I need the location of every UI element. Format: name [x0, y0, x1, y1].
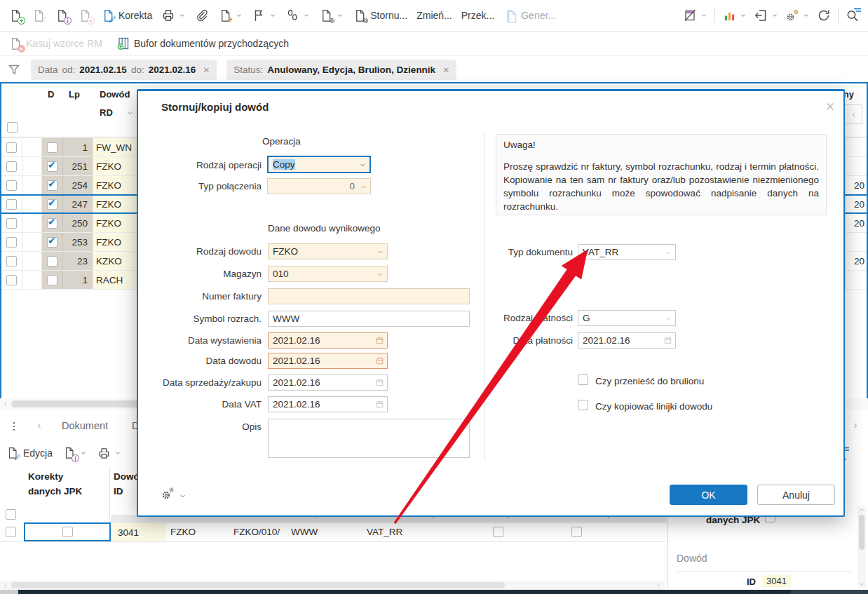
column-header-lp[interactable]: Lp — [69, 89, 80, 100]
d-checkbox[interactable] — [47, 161, 57, 172]
row-select-checkbox[interactable] — [6, 199, 17, 210]
scrollbar-thumb[interactable] — [11, 582, 505, 588]
ok-button[interactable]: OK — [670, 485, 747, 505]
calendar-icon[interactable] — [663, 336, 672, 345]
typ-dokumentu-select[interactable]: VAT_RR — [578, 244, 676, 260]
kopiowac-linijki-checkbox[interactable] — [578, 400, 588, 410]
rodzaj-operacji-select[interactable]: Copy — [267, 156, 371, 173]
tab-dokument[interactable]: Dokument — [62, 420, 108, 431]
more-options-icon[interactable] — [8, 419, 20, 431]
row-select-checkbox[interactable] — [6, 527, 16, 537]
d-checkbox[interactable] — [47, 237, 57, 248]
edycja-button[interactable]: Edycja — [6, 446, 53, 460]
magazyn-select[interactable]: 010 — [268, 266, 388, 282]
data-wystawienia-input[interactable]: 2021.02.16 — [268, 332, 388, 349]
funnel-icon[interactable] — [7, 63, 21, 77]
flag-checkbox[interactable] — [571, 527, 582, 537]
data-platnosci-input[interactable]: 2021.02.16 — [578, 332, 676, 349]
tabs-scroll-left-icon[interactable] — [35, 421, 43, 430]
sort-down-icon[interactable] — [126, 109, 134, 117]
new-document-button[interactable]: + — [8, 8, 22, 22]
opis-textarea[interactable] — [268, 419, 470, 458]
d-checkbox[interactable] — [47, 142, 57, 153]
data-dowodu-input[interactable]: 2021.02.16 — [268, 353, 388, 369]
symbol-rozrach-input[interactable]: WWW — [268, 311, 470, 327]
filter-chip-date[interactable]: Data od: 2021.02.15 do: 2021.02.16 ✕ — [31, 60, 217, 80]
column-header-d[interactable]: D — [48, 89, 54, 100]
column-header-korekty-line2[interactable]: danych JPK — [28, 486, 82, 497]
attachment-button[interactable] — [195, 8, 209, 22]
refresh-button[interactable] — [817, 8, 831, 22]
d-checkbox[interactable] — [47, 275, 57, 285]
scrollbar-thumb[interactable] — [859, 515, 864, 550]
calendar-icon[interactable] — [375, 400, 384, 409]
typ-polaczenia-select[interactable]: 0 — [267, 178, 371, 194]
document-operations-button[interactable] — [319, 8, 344, 22]
d-checkbox[interactable] — [47, 218, 57, 229]
remove-filter-icon[interactable]: ✕ — [442, 65, 449, 75]
document-info-button[interactable]: i — [55, 8, 69, 22]
collapse-panel-button[interactable] — [844, 104, 862, 124]
flag-checkbox[interactable] — [493, 527, 503, 537]
document-info-button[interactable]: i — [62, 446, 87, 460]
data-vat-input[interactable]: 2021.02.16 — [268, 396, 388, 412]
filter-chip-status[interactable]: Status: Anulowany, Edycja, Brulion, Dzie… — [226, 60, 456, 80]
table-row[interactable]: 3041 FZKO FZKO/010/ WWW VAT_RR — [0, 523, 666, 542]
panel-expand-icon[interactable] — [851, 421, 860, 430]
column-header-dowod[interactable]: Dowód — [100, 89, 130, 100]
d-checkbox[interactable] — [47, 199, 57, 210]
close-icon[interactable] — [824, 100, 836, 113]
row-select-checkbox[interactable] — [6, 218, 17, 229]
calendar-icon[interactable] — [375, 356, 384, 365]
print-button[interactable] — [97, 446, 121, 460]
d-checkbox[interactable] — [47, 180, 57, 191]
bottom-horizontal-scrollbar[interactable] — [0, 581, 665, 590]
subheader-rd[interactable]: RD — [100, 107, 113, 118]
numer-faktury-input[interactable] — [268, 288, 470, 304]
scroll-down-icon[interactable] — [858, 581, 865, 588]
row-select-checkbox[interactable] — [6, 275, 17, 285]
anuluj-button[interactable]: Anuluj — [757, 485, 835, 505]
zmien-button[interactable]: Zmień... — [416, 10, 452, 21]
korekta-button[interactable]: Korekta — [101, 8, 152, 22]
flag-button[interactable] — [252, 8, 276, 22]
chevron-down-icon[interactable] — [179, 492, 187, 500]
rodzaj-dowodu-select[interactable]: FZKO — [268, 243, 388, 259]
settings-gear-icon[interactable] — [159, 488, 173, 502]
przeniesc-brulion-checkbox[interactable] — [578, 374, 588, 385]
edit-document-button[interactable] — [32, 8, 46, 22]
row-select-checkbox[interactable] — [6, 142, 17, 153]
column-header-id[interactable]: ID — [114, 486, 123, 497]
chart-button[interactable] — [722, 8, 747, 22]
d-checkbox[interactable] — [47, 256, 57, 266]
note-slash-button[interactable] — [683, 8, 707, 22]
print-button[interactable] — [161, 8, 186, 22]
rodzaj-platnosci-select[interactable]: G — [578, 310, 676, 326]
panel-vertical-scrollbar[interactable] — [857, 506, 866, 588]
services-button[interactable] — [785, 8, 810, 22]
history-steps-button[interactable] — [285, 8, 310, 22]
data-sprzedazy-input[interactable]: 2021.02.16 — [268, 374, 388, 391]
select-all-checkbox[interactable] — [7, 122, 18, 133]
bufor-dokumentow-button[interactable]: Bufor dokumentów przychodzących — [116, 36, 289, 50]
generuj-button[interactable]: Gener... — [503, 8, 556, 22]
row-select-checkbox[interactable] — [6, 180, 17, 191]
calendar-icon[interactable] — [375, 378, 384, 387]
kasuj-wzorce-button[interactable]: ×Kasuj wzorce RM — [8, 36, 102, 50]
korekty-jpk-checkbox[interactable] — [62, 527, 73, 537]
delete-document-button[interactable]: × — [78, 8, 92, 22]
remove-filter-icon[interactable]: ✕ — [203, 65, 210, 75]
scroll-left-icon[interactable] — [2, 400, 9, 407]
quick-action-button[interactable] — [218, 8, 243, 22]
row-select-checkbox[interactable] — [6, 237, 17, 248]
stornuj-button[interactable]: Stornu... — [353, 8, 407, 22]
przeksieguj-button[interactable]: Przek... — [461, 10, 494, 21]
row-select-checkbox[interactable] — [6, 256, 17, 266]
row-select-checkbox[interactable] — [6, 161, 17, 172]
calendar-icon[interactable] — [375, 336, 384, 345]
filter-checkbox[interactable] — [6, 509, 16, 520]
scroll-right-icon[interactable] — [655, 582, 662, 589]
export-button[interactable] — [754, 8, 778, 22]
column-header-korekty-line1[interactable]: Korekty — [28, 471, 63, 482]
scroll-left-icon[interactable] — [2, 582, 9, 589]
